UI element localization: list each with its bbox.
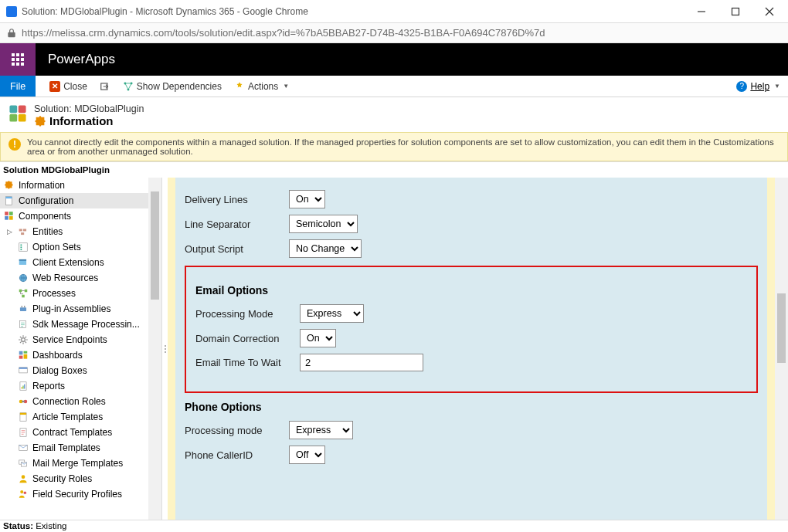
- sidebar-item-email-templates[interactable]: Email Templates: [0, 440, 148, 456]
- splitter-handle[interactable]: [162, 178, 168, 520]
- sidebar-item-field-security-profiles[interactable]: Field Security Profiles: [0, 486, 148, 502]
- svg-rect-31: [19, 307, 25, 311]
- show-dependencies-label: Show Dependencies: [137, 81, 222, 92]
- solution-prefix: Solution:: [34, 103, 72, 114]
- email-templates-icon: [17, 442, 29, 454]
- expand-icon[interactable]: ▷: [6, 225, 13, 238]
- label-domain-correction: Domain Correction: [195, 333, 300, 344]
- select-phone-processing-mode[interactable]: Express: [289, 421, 353, 439]
- select-phone-callerid[interactable]: Off: [289, 446, 325, 464]
- svg-rect-28: [19, 290, 22, 293]
- sidebar-item-label: Field Security Profiles: [32, 488, 122, 500]
- sidebar-item-label: Dashboards: [32, 349, 83, 361]
- svg-rect-29: [24, 290, 27, 293]
- label-email-time-to-wait: Email Time To Wait: [195, 357, 300, 368]
- sdk-icon: [17, 319, 29, 330]
- svg-rect-39: [19, 356, 22, 359]
- solution-icon: [8, 103, 28, 124]
- select-delivery-lines[interactable]: On: [289, 190, 325, 208]
- svg-rect-21: [19, 243, 27, 252]
- select-output-script[interactable]: No Change: [289, 239, 362, 258]
- actions-icon: [234, 81, 245, 92]
- nav-title: Solution MDGlobalPlugin: [0, 161, 788, 178]
- help-button[interactable]: ? Help ▼: [736, 81, 780, 92]
- help-icon: ?: [736, 81, 747, 92]
- sidebar-item-label: Client Extensions: [32, 256, 104, 269]
- puzzle-icon: [34, 115, 46, 127]
- waffle-icon: [12, 53, 24, 66]
- sidebar-item-processes[interactable]: Processes: [0, 286, 148, 301]
- favicon: [6, 6, 17, 17]
- sidebar-scrollbar[interactable]: [148, 178, 161, 520]
- content-scrollbar[interactable]: [775, 178, 788, 520]
- sidebar-item-service-endpoints[interactable]: Service Endpoints: [0, 332, 148, 347]
- plugin-icon: [17, 303, 29, 315]
- sidebar-item-dashboards[interactable]: Dashboards: [0, 347, 148, 363]
- brand-label: PowerApps: [36, 43, 127, 76]
- sidebar-item-article-templates[interactable]: Article Templates: [0, 409, 148, 425]
- sidebar-item-label: Configuration: [19, 195, 73, 207]
- sidebar-item-plugin-assemblies[interactable]: Plug-in Assemblies: [0, 301, 148, 317]
- dependencies-icon: [123, 81, 134, 92]
- svg-rect-38: [23, 354, 27, 359]
- sidebar-item-mail-merge-templates[interactable]: Mail Merge Templates: [0, 456, 148, 471]
- svg-rect-17: [9, 216, 13, 220]
- sidebar-item-information[interactable]: Information: [0, 178, 148, 193]
- app-launcher-button[interactable]: [0, 43, 36, 76]
- close-action-button[interactable]: ✕ Close: [43, 76, 93, 97]
- svg-rect-19: [23, 229, 26, 232]
- select-email-processing-mode[interactable]: Express: [300, 304, 364, 323]
- svg-point-7: [127, 88, 129, 90]
- toolbar: File ✕ Close Show Dependencies Actions ▼…: [0, 76, 788, 97]
- export-button[interactable]: [93, 76, 117, 97]
- dashboards-icon: [17, 350, 29, 361]
- sidebar-item-label: Information: [19, 179, 65, 191]
- close-button[interactable]: [752, 1, 786, 22]
- sidebar-item-label: Sdk Message Processin...: [32, 318, 140, 330]
- svg-point-35: [21, 338, 25, 342]
- maximize-button[interactable]: [718, 1, 752, 22]
- input-email-time-to-wait[interactable]: [300, 354, 423, 371]
- sidebar-item-label: Processes: [32, 287, 76, 300]
- field-email-time-to-wait: Email Time To Wait: [195, 354, 747, 371]
- processes-icon: [17, 288, 29, 300]
- sidebar-item-security-roles[interactable]: Security Roles: [0, 471, 148, 486]
- svg-rect-30: [22, 295, 25, 298]
- show-dependencies-button[interactable]: Show Dependencies: [117, 76, 228, 97]
- minimize-button[interactable]: [684, 1, 718, 22]
- sidebar-item-configuration[interactable]: Configuration: [0, 193, 148, 208]
- sidebar-item-dialog-boxes[interactable]: Dialog Boxes: [0, 363, 148, 378]
- field-delivery-lines: Delivery Lines On: [185, 190, 758, 208]
- sidebar-item-contract-templates[interactable]: Contract Templates: [0, 425, 148, 440]
- svg-point-57: [23, 492, 25, 495]
- svg-rect-50: [19, 413, 25, 415]
- field-output-script: Output Script No Change: [185, 239, 758, 258]
- sidebar-item-web-resources[interactable]: Web Resources: [0, 270, 148, 286]
- field-security-icon: [17, 489, 29, 500]
- chevron-down-icon: ▼: [283, 83, 289, 90]
- sidebar-item-sdk-messages[interactable]: Sdk Message Processin...: [0, 317, 148, 332]
- field-phone-callerid: Phone CallerID Off: [185, 446, 758, 464]
- url-text: https://melissa.crm.dynamics.com/tools/s…: [22, 27, 545, 39]
- label-output-script: Output Script: [185, 243, 289, 255]
- svg-point-55: [21, 475, 25, 479]
- app-header: PowerApps: [0, 43, 788, 76]
- sidebar-item-label: Web Resources: [32, 272, 98, 284]
- sidebar-item-connection-roles[interactable]: Connection Roles: [0, 394, 148, 409]
- sidebar-item-reports[interactable]: Reports: [0, 378, 148, 394]
- sidebar-item-components[interactable]: Components: [0, 208, 148, 224]
- field-domain-correction: Domain Correction On: [195, 329, 747, 347]
- address-bar[interactable]: https://melissa.crm.dynamics.com/tools/s…: [0, 23, 788, 43]
- file-menu-button[interactable]: File: [0, 76, 36, 97]
- select-domain-correction[interactable]: On: [300, 329, 336, 347]
- sidebar-item-entities[interactable]: ▷ Entities: [0, 224, 148, 239]
- svg-rect-43: [21, 387, 22, 388]
- sidebar-item-option-sets[interactable]: Option Sets: [0, 239, 148, 255]
- sidebar-item-client-extensions[interactable]: Client Extensions: [0, 255, 148, 270]
- select-line-separator[interactable]: Semicolon: [289, 215, 358, 233]
- field-line-separator: Line Separator Semicolon: [185, 215, 758, 233]
- actions-menu-button[interactable]: Actions ▼: [228, 76, 295, 97]
- sidebar-item-label: Article Templates: [32, 411, 103, 423]
- dialog-icon: [17, 365, 29, 377]
- sidebar-item-label: Reports: [32, 380, 65, 392]
